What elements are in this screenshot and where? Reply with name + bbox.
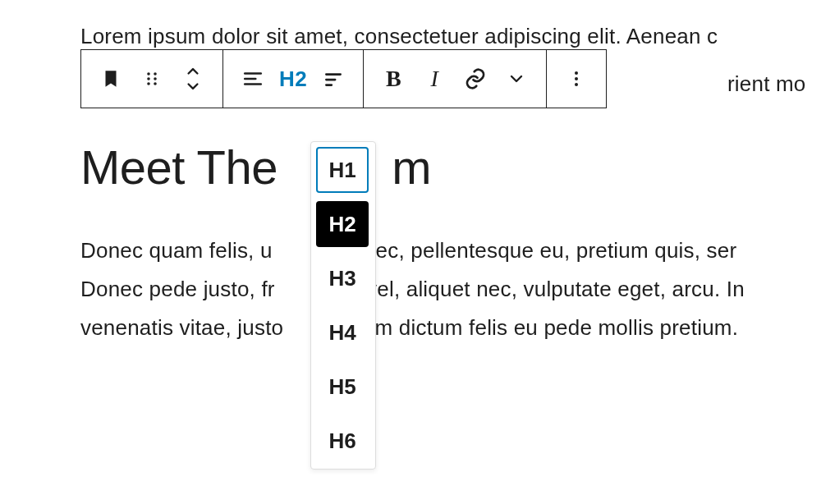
toolbar-group-format: B I xyxy=(364,50,547,108)
paragraph-top-tail[interactable]: rient mo xyxy=(727,67,806,100)
heading-text-after: m xyxy=(392,140,431,194)
heading-level-button[interactable]: H2 xyxy=(279,64,307,94)
more-vertical-icon[interactable] xyxy=(562,64,591,94)
svg-point-12 xyxy=(575,71,578,75)
svg-point-2 xyxy=(147,82,150,85)
link-icon[interactable] xyxy=(461,64,490,94)
bookmark-icon[interactable] xyxy=(96,64,126,94)
svg-point-4 xyxy=(154,77,157,80)
page-heading[interactable]: Meet The m xyxy=(80,140,431,195)
svg-point-14 xyxy=(575,83,578,86)
svg-point-1 xyxy=(147,77,150,80)
svg-point-0 xyxy=(147,72,150,76)
chevron-down-icon[interactable] xyxy=(502,64,531,94)
heading-text-before: Meet The xyxy=(80,140,291,194)
move-up-down-icon[interactable] xyxy=(178,64,208,94)
paragraph-body[interactable]: Donec quam felis, u nec, pellentesque eu… xyxy=(80,231,745,346)
heading-option-h2[interactable]: H2 xyxy=(316,201,369,247)
toolbar-group-block xyxy=(81,50,223,108)
toolbar-group-more xyxy=(547,50,606,108)
svg-point-13 xyxy=(575,77,578,80)
editor-canvas: Lorem ipsum dolor sit amet, consectetuer… xyxy=(0,0,821,504)
block-toolbar: H2 B I xyxy=(80,49,607,108)
svg-point-3 xyxy=(154,72,157,76)
italic-icon[interactable]: I xyxy=(420,64,449,94)
toolbar-group-heading: H2 xyxy=(223,50,364,108)
heading-option-h5[interactable]: H5 xyxy=(316,364,369,410)
heading-option-h6[interactable]: H6 xyxy=(316,418,369,464)
bold-icon[interactable]: B xyxy=(378,64,408,94)
drag-handle-icon[interactable] xyxy=(137,64,167,94)
heading-option-h3[interactable]: H3 xyxy=(316,255,369,301)
heading-level-dropdown: H1 H2 H3 H4 H5 H6 xyxy=(310,141,376,470)
heading-option-h4[interactable]: H4 xyxy=(316,309,369,355)
paragraph-top[interactable]: Lorem ipsum dolor sit amet, consectetuer… xyxy=(80,20,718,53)
line-spacing-icon[interactable] xyxy=(319,64,348,94)
heading-option-h1[interactable]: H1 xyxy=(316,147,369,193)
align-left-icon[interactable] xyxy=(238,64,268,94)
svg-point-5 xyxy=(154,82,157,85)
